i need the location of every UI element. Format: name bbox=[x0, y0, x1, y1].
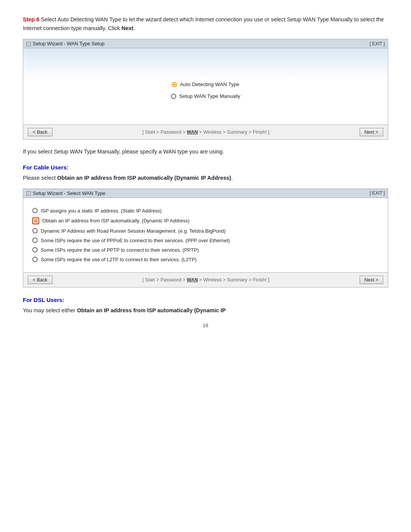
wizard1-box: Setup Wizard - WAN Type Setup [ EXIT ] A… bbox=[23, 39, 388, 140]
wizard2-footer: < Back [ Start > Password > WAN > Wirele… bbox=[23, 272, 388, 287]
page-number: 18 bbox=[23, 323, 388, 328]
wan-option3-row: Dynamic IP Address with Road Runner Sess… bbox=[32, 228, 379, 234]
step6-next: Next bbox=[121, 25, 133, 31]
wizard1-wan-link[interactable]: WAN bbox=[187, 129, 198, 135]
wan-option4-radio[interactable] bbox=[32, 238, 38, 243]
wizard2-title: Setup Wizard - Select WAN Type bbox=[33, 190, 105, 196]
wan-type-option1-label: Auto Detecting WAN Type bbox=[180, 81, 239, 87]
wizard1-icon bbox=[26, 42, 31, 46]
wan-option6-row: Some ISPs require the use of L2TP to con… bbox=[32, 257, 379, 262]
wan-option2-radio[interactable] bbox=[32, 217, 39, 224]
step-label: Step 6 bbox=[23, 16, 40, 22]
wan-option5-label: Some ISPs require the use of PPTP to con… bbox=[41, 247, 199, 253]
cable-heading: For Cable Users: bbox=[23, 164, 388, 171]
wizard1-footer: < Back [ Start > Password > WAN > Wirele… bbox=[23, 125, 388, 139]
wan-type-option2-radio[interactable] bbox=[171, 94, 176, 99]
wizard2-titlebar: Setup Wizard - Select WAN Type [ EXIT ] bbox=[23, 189, 388, 198]
wan-option2-label: Obtain an IP address from ISP automatica… bbox=[42, 218, 190, 224]
wizard2-breadcrumb: [ Start > Password > WAN > Wireless > Su… bbox=[142, 277, 269, 283]
wan-option4-row: Some ISPs require the use of PPPoE to co… bbox=[32, 238, 379, 243]
wizard1-back-button[interactable]: < Back bbox=[28, 128, 53, 136]
wan-option3-radio[interactable] bbox=[32, 228, 38, 233]
wizard1-next-button[interactable]: Next > bbox=[360, 128, 383, 136]
dsl-bold-text: Obtain an IP address from ISP automatica… bbox=[77, 307, 226, 313]
wan-option3-label: Dynamic IP Address with Road Runner Sess… bbox=[41, 228, 226, 234]
wizard2-exit[interactable]: [ EXIT ] bbox=[370, 190, 385, 196]
wizard2-title-left: Setup Wizard - Select WAN Type bbox=[26, 190, 105, 196]
wizard2-box: Setup Wizard - Select WAN Type [ EXIT ] … bbox=[23, 189, 388, 288]
cable-paragraph: Please select Obtain an IP address from … bbox=[23, 174, 388, 182]
between-text: If you select Setup WAN Type Manually, p… bbox=[23, 147, 388, 156]
wizard2-icon bbox=[26, 191, 31, 196]
wan-type-option1-radio[interactable] bbox=[172, 82, 177, 87]
wizard2-content: ISP assigns you a static IP address. (St… bbox=[23, 198, 388, 272]
cable-bold-text: Obtain an IP address from ISP automatica… bbox=[57, 175, 231, 181]
wizard2-back-button[interactable]: < Back bbox=[28, 276, 53, 284]
wan-type-option2-label: Setup WAN Type Manually bbox=[179, 93, 241, 99]
cable-text-prefix: Please select bbox=[23, 175, 57, 181]
cable-text-suffix: . bbox=[231, 175, 233, 181]
wan-option5-radio[interactable] bbox=[32, 247, 38, 252]
dsl-text-prefix: You may select either bbox=[23, 307, 77, 313]
wizard1-title-left: Setup Wizard - WAN Type Setup bbox=[26, 41, 105, 46]
dsl-heading: For DSL Users: bbox=[23, 297, 388, 303]
dsl-paragraph: You may select either Obtain an IP addre… bbox=[23, 306, 388, 315]
wizard1-content: Auto Detecting WAN Type Setup WAN Type M… bbox=[23, 48, 388, 125]
wan-option5-row: Some ISPs require the use of PPTP to con… bbox=[32, 247, 379, 253]
wan-option1-label: ISP assigns you a static IP address. (St… bbox=[41, 208, 162, 214]
wan-option6-label: Some ISPs require the use of L2TP to con… bbox=[41, 257, 196, 262]
wan-option2-row: Obtain an IP address from ISP automatica… bbox=[32, 217, 379, 224]
wizard1-titlebar: Setup Wizard - WAN Type Setup [ EXIT ] bbox=[23, 39, 388, 48]
step6-paragraph: Step 6 Select Auto Detecting WAN Type to… bbox=[23, 15, 388, 33]
step6-text1: Select Auto Detecting WAN Type to let th… bbox=[23, 16, 384, 31]
wizard1-title: Setup Wizard - WAN Type Setup bbox=[33, 41, 105, 46]
wizard2-next-button[interactable]: Next > bbox=[360, 276, 383, 284]
wizard1-breadcrumb: [ Start > Password > WAN > Wireless > Su… bbox=[142, 129, 269, 135]
wizard2-wan-link[interactable]: WAN bbox=[187, 277, 198, 283]
step6-text2: . bbox=[134, 25, 135, 31]
wan-option1-row: ISP assigns you a static IP address. (St… bbox=[32, 208, 379, 214]
wan-option1-radio[interactable] bbox=[32, 208, 38, 213]
wan-type-option1-row: Auto Detecting WAN Type bbox=[172, 81, 239, 87]
wizard1-exit[interactable]: [ EXIT ] bbox=[370, 41, 385, 46]
wan-option6-radio[interactable] bbox=[32, 257, 38, 262]
wan-type-option2-row: Setup WAN Type Manually bbox=[171, 93, 241, 99]
wan-option4-label: Some ISPs require the use of PPPoE to co… bbox=[41, 238, 230, 243]
